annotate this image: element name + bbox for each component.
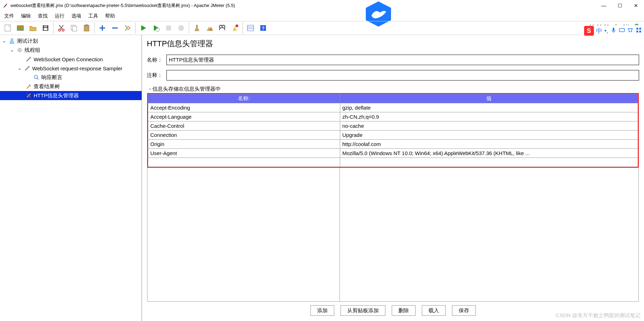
stop-icon[interactable] (163, 22, 174, 34)
svg-rect-20 (166, 26, 171, 30)
reset-search-icon[interactable] (229, 22, 240, 34)
ime-skin-icon[interactable] (627, 27, 633, 35)
table-row[interactable]: Originhttp://coolaf.com (148, 140, 638, 149)
save-icon[interactable] (40, 22, 51, 34)
clear-icon[interactable] (191, 22, 203, 34)
table-row[interactable] (148, 158, 638, 167)
tree-thread-group[interactable]: 线程组 (25, 47, 40, 54)
menu-options[interactable]: 选项 (71, 13, 81, 19)
menu-tools[interactable]: 工具 (88, 13, 98, 19)
clear-all-icon[interactable] (204, 22, 215, 34)
help-icon[interactable]: ? (258, 22, 269, 34)
comment-label: 注释： (147, 72, 166, 79)
delete-button[interactable]: 删除 (392, 305, 416, 316)
headers-table[interactable]: 名称: 值 Accept-Encodinggzip, deflateAccept… (148, 94, 638, 167)
header-name-cell[interactable]: Cache-Control (148, 121, 340, 131)
header-name-cell[interactable]: Connection (148, 131, 340, 140)
assertion-icon (33, 74, 40, 81)
header-name-cell[interactable]: User-Agent (148, 149, 340, 158)
svg-rect-6 (44, 28, 47, 30)
function-helper-icon[interactable] (245, 22, 256, 34)
tree-view-results[interactable]: 查看结果树 (34, 83, 60, 90)
ime-keyboard-icon[interactable] (619, 27, 625, 35)
table-row[interactable]: ConnectionUpgrade (148, 131, 638, 140)
menu-file[interactable]: 文件 (4, 13, 14, 19)
table-row[interactable]: Accept-Languagezh-CN,zh;q=0.9 (148, 112, 638, 121)
table-row[interactable]: User-AgentMozilla/5.0 (Windows NT 10.0; … (148, 149, 638, 158)
open-icon[interactable] (27, 22, 39, 34)
toggle-icon[interactable] (122, 22, 133, 34)
col-name[interactable]: 名称: (148, 94, 340, 103)
svg-point-23 (219, 25, 222, 28)
svg-point-25 (235, 25, 238, 27)
window-title: websocket查看结果树.jmx (D:\software\apache-j… (11, 2, 235, 9)
header-name-cell[interactable]: Accept-Language (148, 112, 340, 121)
expand-icon[interactable] (97, 22, 108, 34)
header-value-cell[interactable]: zh-CN,zh;q=0.9 (340, 112, 638, 121)
table-row[interactable]: Cache-Controlno-cache (148, 121, 638, 131)
add-button[interactable]: 添加 (310, 305, 334, 316)
header-value-cell[interactable] (340, 158, 638, 167)
tree-assertion[interactable]: 响应断言 (41, 74, 62, 81)
tree-toggle[interactable]: ⌄ (9, 48, 15, 53)
ime-punct-icon[interactable]: •, (604, 27, 608, 35)
tree-header-manager[interactable]: HTTP信息头管理器 (34, 92, 79, 99)
tree-ws-sampler[interactable]: WebSocket request-response Sampler (32, 65, 122, 71)
ime-logo-icon[interactable]: S (584, 26, 594, 36)
svg-point-24 (222, 25, 225, 28)
new-file-icon[interactable] (2, 22, 13, 34)
start-no-timers-icon[interactable] (150, 22, 162, 34)
header-name-cell[interactable]: Accept-Encoding (148, 103, 340, 112)
ime-mic-icon[interactable] (610, 27, 617, 35)
jmeter-icon (3, 3, 8, 8)
tree-toggle[interactable]: ⌄ (17, 66, 22, 71)
templates-icon[interactable] (15, 22, 26, 34)
header-name-cell[interactable]: Origin (148, 140, 340, 149)
load-button[interactable]: 载入 (422, 305, 446, 316)
menu-search[interactable]: 查找 (38, 13, 48, 19)
test-plan-tree[interactable]: ⌄ 测试计划 ⌄ 线程组 WebSocket Open Connection ⌄… (0, 35, 142, 321)
copy-icon[interactable] (68, 22, 80, 34)
menu-run[interactable]: 运行 (55, 13, 64, 19)
save-button[interactable]: 保存 (452, 305, 476, 316)
svg-point-42 (19, 50, 20, 51)
svg-rect-22 (196, 25, 198, 27)
svg-rect-26 (247, 25, 254, 31)
fieldset-label: - 信息头存储在信息头管理器中 (148, 86, 639, 92)
comment-input[interactable] (166, 70, 639, 81)
name-input[interactable] (166, 55, 639, 65)
start-icon[interactable] (138, 22, 149, 34)
toolbar: ? 00:00:00 ! 0/1 (0, 21, 644, 35)
add-from-clipboard-button[interactable]: 从剪贴板添加 (341, 305, 385, 316)
gear-icon (16, 47, 23, 54)
header-value-cell[interactable]: http://coolaf.com (340, 140, 638, 149)
close-button[interactable]: ✕ (628, 0, 644, 11)
paste-icon[interactable] (81, 22, 92, 34)
minimize-button[interactable]: — (596, 0, 612, 11)
ime-lang[interactable]: 中 (596, 27, 602, 35)
col-value[interactable]: 值 (340, 94, 638, 103)
header-value-cell[interactable]: Upgrade (340, 131, 638, 140)
tree-ws-open[interactable]: WebSocket Open Connection (34, 56, 103, 62)
svg-text:?: ? (262, 26, 265, 31)
table-row[interactable]: Accept-Encodinggzip, deflate (148, 103, 638, 112)
header-value-cell[interactable]: gzip, deflate (340, 103, 638, 112)
tree-toggle[interactable]: ⌄ (1, 39, 7, 43)
tree-root[interactable]: 测试计划 (17, 38, 38, 44)
name-label: 名称： (147, 57, 166, 63)
menu-help[interactable]: 帮助 (105, 13, 115, 19)
maximize-button[interactable]: ☐ (612, 0, 628, 11)
cut-icon[interactable] (56, 22, 67, 34)
collapse-icon[interactable] (109, 22, 121, 34)
header-value-cell[interactable]: no-cache (340, 121, 638, 131)
svg-rect-11 (73, 26, 77, 31)
title-bar: websocket查看结果树.jmx (D:\software\apache-j… (0, 0, 644, 11)
menu-edit[interactable]: 编辑 (21, 13, 31, 19)
search-icon[interactable] (217, 22, 228, 34)
shutdown-icon[interactable] (176, 22, 187, 34)
sampler-icon (25, 56, 32, 63)
svg-rect-13 (85, 25, 88, 26)
ime-toolbox-icon[interactable] (636, 27, 642, 35)
header-name-cell[interactable] (148, 158, 340, 167)
header-value-cell[interactable]: Mozilla/5.0 (Windows NT 10.0; Win64; x64… (340, 149, 638, 158)
